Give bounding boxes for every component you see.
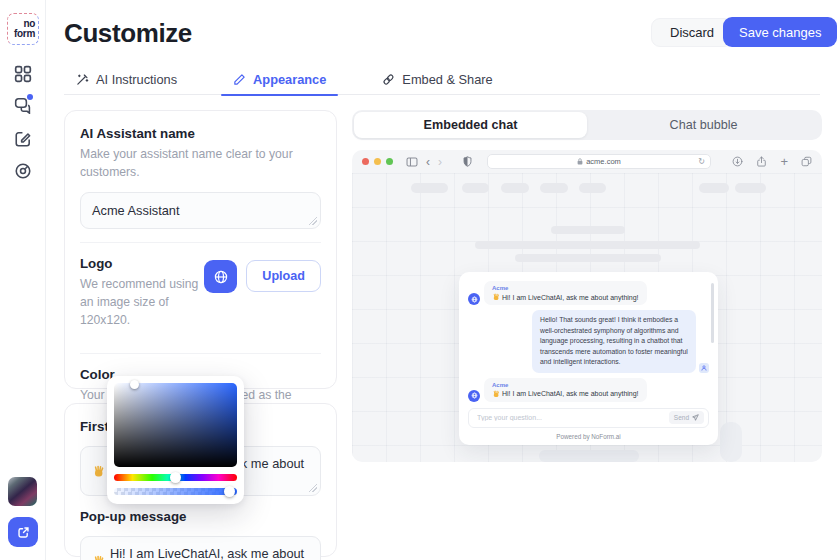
skeleton-nav-item <box>411 183 448 193</box>
tab-label: Embed & Share <box>402 72 492 87</box>
back-icon[interactable]: ‹ <box>426 156 430 168</box>
app-logo[interactable]: no form <box>7 13 39 45</box>
discard-button[interactable]: Discard <box>651 18 733 47</box>
zoom-window-icon[interactable] <box>386 158 393 165</box>
privacy-shield-icon[interactable] <box>462 156 473 167</box>
upload-logo-button[interactable]: Upload <box>246 260 321 292</box>
assistant-name-value: Acme Assistant <box>92 203 179 218</box>
customize-icon[interactable] <box>14 130 32 148</box>
skeleton-line <box>475 241 700 249</box>
minimize-window-icon[interactable] <box>374 158 381 165</box>
skeleton-nav-button <box>735 183 766 193</box>
wave-hand-icon <box>92 555 105 560</box>
user-message-row: Hello! That sounds great! I think it emb… <box>468 310 709 373</box>
tab-embedded-chat[interactable]: Embedded chat <box>354 112 587 138</box>
url-text: acme.com <box>586 157 621 166</box>
general-settings-card: AI Assistant name Make your assistant na… <box>64 110 337 389</box>
wand-icon <box>76 73 89 86</box>
forward-icon[interactable]: › <box>438 156 442 168</box>
paper-plane-icon <box>692 414 699 421</box>
link-icon <box>382 73 395 86</box>
divider <box>80 242 321 243</box>
tab-embed-share[interactable]: Embed & Share <box>370 64 504 94</box>
logo-text-bottom: form <box>14 29 35 40</box>
skeleton-block <box>539 450 639 462</box>
tab-label: AI Instructions <box>96 72 177 87</box>
page-title: Customize <box>64 18 192 49</box>
tab-overview-icon[interactable] <box>801 156 812 167</box>
skeleton-nav-button <box>699 183 729 193</box>
alpha-slider[interactable] <box>114 488 237 495</box>
bot-message-row: Acme Hi! I am LiveChatAI, ask me abo <box>468 281 709 305</box>
save-changes-button[interactable]: Save changes <box>723 17 837 47</box>
wave-hand-icon <box>492 390 500 398</box>
widget-input-row: Send <box>468 408 709 428</box>
powered-by-text: Powered by NoForm.ai <box>468 433 709 440</box>
lock-icon <box>577 158 583 165</box>
assistant-name-description: Make your assistant name clear to your c… <box>80 146 321 181</box>
send-label: Send <box>674 414 689 421</box>
bot-message-text: Hi! I am LiveChatAI, ask me about anythi… <box>502 390 639 397</box>
send-button[interactable]: Send <box>669 411 704 424</box>
dashboard-icon[interactable] <box>14 65 32 83</box>
goals-icon[interactable] <box>14 162 32 180</box>
skeleton-block <box>720 422 742 462</box>
popup-message-title: Pop-up message <box>80 509 321 524</box>
logo-description: We recommend using an image size of 120x… <box>80 276 204 329</box>
tab-chat-bubble[interactable]: Chat bubble <box>587 112 820 138</box>
widget-question-input[interactable] <box>477 414 669 421</box>
saturation-handle[interactable] <box>130 380 139 389</box>
refresh-icon[interactable]: ↻ <box>698 157 705 166</box>
skeleton-nav-item <box>540 183 568 193</box>
tab-label: Appearance <box>253 72 326 87</box>
browser-preview: ‹ › acme.com ↻ <box>352 150 822 462</box>
address-bar[interactable]: acme.com ↻ <box>487 154 711 169</box>
bot-name: Acme <box>492 285 639 291</box>
sidebar-toggle-icon[interactable] <box>406 156 418 168</box>
tab-appearance[interactable]: Appearance <box>221 64 338 94</box>
chat-widget-preview: Acme Hi! I am LiveChatAI, ask me abo <box>459 272 718 445</box>
hue-handle[interactable] <box>170 472 181 483</box>
external-link-icon <box>17 526 30 539</box>
conversations-icon[interactable] <box>14 96 32 114</box>
new-tab-icon[interactable]: + <box>780 155 788 168</box>
wave-hand-icon <box>492 293 500 301</box>
downloads-icon[interactable] <box>732 156 743 167</box>
skeleton-nav-item <box>579 183 606 193</box>
browser-chrome: ‹ › acme.com ↻ <box>352 150 822 173</box>
close-window-icon[interactable] <box>362 158 369 165</box>
preview-mode-switch: Embedded chat Chat bubble <box>352 110 822 140</box>
user-avatar[interactable] <box>8 477 37 506</box>
webpage-skeleton: Acme Hi! I am LiveChatAI, ask me abo <box>352 173 822 462</box>
tab-ai-instructions[interactable]: AI Instructions <box>64 64 189 94</box>
user-message-text: Hello! That sounds great! I think it emb… <box>532 310 696 373</box>
pencil-icon <box>233 73 246 86</box>
color-picker-popup <box>107 376 244 504</box>
visitor-avatar <box>699 363 709 373</box>
skeleton-line <box>515 254 661 262</box>
alpha-handle[interactable] <box>224 486 235 497</box>
assistant-name-title: AI Assistant name <box>80 126 321 141</box>
share-icon[interactable] <box>756 156 767 167</box>
hue-slider[interactable] <box>114 474 237 481</box>
bot-avatar <box>468 293 480 305</box>
skeleton-line <box>551 226 625 234</box>
bot-name: Acme <box>492 382 639 388</box>
bot-message-text: Hi! I am LiveChatAI, ask me about anythi… <box>502 294 639 301</box>
divider <box>80 353 321 354</box>
saturation-area[interactable] <box>114 383 237 467</box>
bot-avatar <box>468 390 480 402</box>
logo-title: Logo <box>80 256 204 271</box>
skeleton-nav-item <box>501 183 529 193</box>
tab-bar: AI Instructions Appearance Embed & Share <box>64 64 820 95</box>
current-logo-preview[interactable] <box>204 260 237 293</box>
assistant-name-input[interactable]: Acme Assistant <box>80 192 321 229</box>
open-live-chat-button[interactable] <box>8 517 38 547</box>
globe-icon <box>213 269 229 285</box>
sidebar: no form <box>0 0 46 560</box>
skeleton-nav-item <box>462 183 489 193</box>
popup-message-input[interactable]: Hi! I am LiveChatAI, ask me about anythi… <box>80 536 321 560</box>
bot-message-row: Acme Hi! I am LiveChatAI, ask me abo <box>468 378 709 402</box>
widget-scrollbar[interactable] <box>711 283 714 343</box>
wave-hand-icon <box>92 465 105 478</box>
